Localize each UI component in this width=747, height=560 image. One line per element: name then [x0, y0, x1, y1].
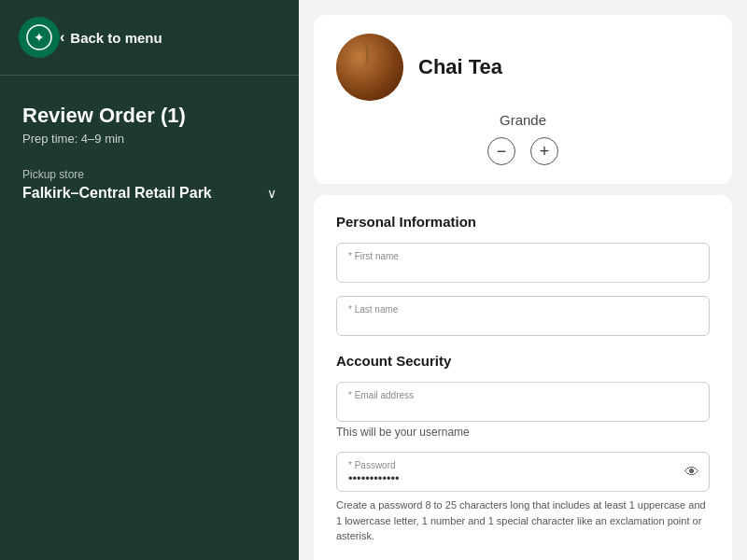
starbucks-logo: ✦ [19, 17, 60, 58]
password-wrapper: * Password 👁 [336, 452, 710, 492]
sidebar-content: Review Order (1) Prep time: 4–9 min Pick… [0, 76, 299, 560]
decrease-quantity-button[interactable]: − [487, 137, 515, 165]
sidebar-header: ✦ ‹ Back to menu [0, 0, 299, 76]
product-image-visual [336, 34, 403, 101]
pickup-store-label: Pickup store [22, 168, 276, 181]
review-order-title: Review Order (1) [22, 104, 276, 128]
product-size: Grande [500, 112, 546, 128]
personal-info-title: Personal Information [336, 214, 710, 230]
product-card: Chai Tea Grande − + [314, 15, 732, 184]
email-wrapper: * Email address [336, 382, 710, 422]
email-input[interactable] [337, 383, 709, 421]
product-image [336, 34, 403, 101]
pickup-store-name: Falkirk–Central Retail Park [22, 185, 212, 202]
first-name-group: * First name [336, 243, 710, 283]
prep-time-label: Prep time: 4–9 min [22, 132, 276, 146]
last-name-input[interactable] [337, 297, 709, 335]
pickup-store-selector[interactable]: Falkirk–Central Retail Park ∨ [22, 185, 276, 202]
back-chevron-icon: ‹ [60, 29, 64, 46]
product-header: Chai Tea [336, 34, 710, 101]
svg-text:✦: ✦ [34, 31, 45, 45]
quantity-controls: − + [487, 137, 558, 165]
email-group: * Email address This will be your userna… [336, 382, 710, 439]
product-name: Chai Tea [418, 55, 502, 79]
account-security-section: Account Security * Email address This wi… [336, 353, 710, 544]
pickup-chevron-icon: ∨ [267, 186, 276, 201]
form-area: Personal Information * First name * Last… [314, 195, 732, 560]
starbucks-logo-svg: ✦ [26, 24, 52, 50]
account-security-title: Account Security [336, 353, 710, 369]
first-name-wrapper: * First name [336, 243, 710, 283]
last-name-group: * Last name [336, 296, 710, 336]
back-to-menu-link[interactable]: ‹ Back to menu [60, 29, 162, 46]
password-group: * Password 👁 Create a password 8 to 25 c… [336, 452, 710, 544]
username-hint: This will be your username [336, 426, 710, 439]
toggle-password-icon[interactable]: 👁 [684, 464, 699, 481]
password-hint: Create a password 8 to 25 characters lon… [336, 497, 710, 544]
first-name-input[interactable] [337, 244, 709, 282]
password-input[interactable] [337, 453, 709, 491]
last-name-wrapper: * Last name [336, 296, 710, 336]
sidebar: ✦ ‹ Back to menu Review Order (1) Prep t… [0, 0, 299, 560]
main-content: Chai Tea Grande − + Personal Information… [299, 0, 747, 560]
increase-quantity-button[interactable]: + [530, 137, 558, 165]
back-to-menu-label: Back to menu [70, 30, 162, 46]
